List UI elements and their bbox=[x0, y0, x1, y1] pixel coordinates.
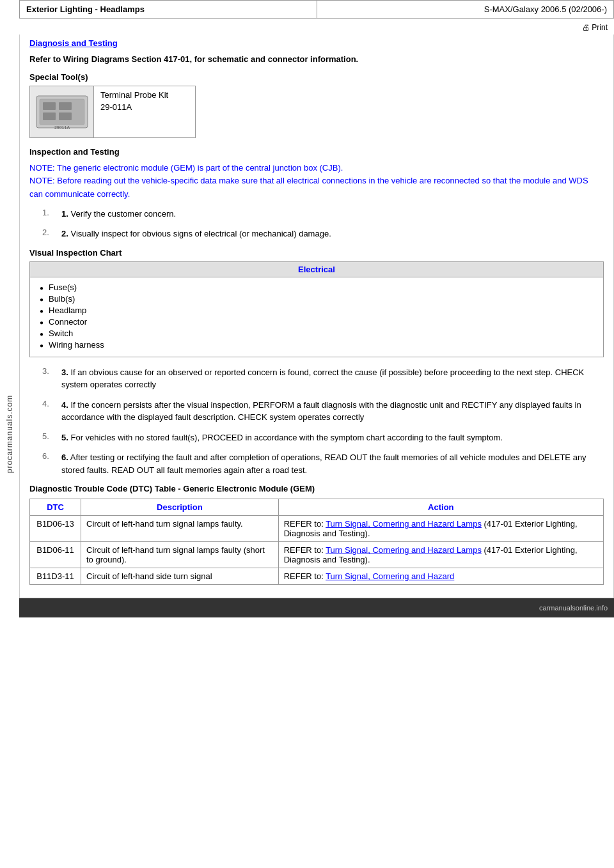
tool-details: Terminal Probe Kit 29-011A bbox=[94, 86, 175, 137]
bullet-icon: ● bbox=[40, 342, 43, 349]
bullet-icon: ● bbox=[40, 307, 43, 314]
dtc-section-title: Diagnostic Trouble Code (DTC) Table - Ge… bbox=[29, 484, 604, 493]
step-num-4: 4. bbox=[42, 399, 61, 408]
description-cell: Circuit of left-hand side turn signal bbox=[81, 568, 279, 585]
bullet-icon: ● bbox=[40, 296, 43, 303]
print-row: 🖨 Print bbox=[19, 20, 614, 35]
list-item: 4. 4. If the concern persists after the … bbox=[42, 399, 604, 424]
page-title: Exterior Lighting - Headlamps bbox=[20, 1, 317, 18]
list-item: 3. 3. If an obvious cause for an observe… bbox=[42, 366, 604, 391]
step-num-6: 6. bbox=[42, 451, 61, 461]
action-col-header: Action bbox=[278, 499, 603, 516]
print-icon: 🖨 bbox=[582, 23, 590, 32]
inspection-item-label: Bulb(s) bbox=[49, 294, 75, 304]
tool-name: Terminal Probe Kit bbox=[100, 90, 168, 100]
inspection-table: Electrical ● Fuse(s) ● Bulb(s) ● Headlam… bbox=[29, 261, 604, 357]
action-cell: REFER to: Turn Signal, Cornering and Haz… bbox=[278, 568, 603, 585]
inspection-table-body: ● Fuse(s) ● Bulb(s) ● Headlamp ● Connect… bbox=[30, 277, 603, 357]
bullet-icon: ● bbox=[40, 330, 43, 337]
bottom-logo: carmanualsonline.info bbox=[539, 604, 608, 612]
step-content-3: 3. If an obvious cause for an observed o… bbox=[61, 366, 604, 391]
sidebar-label: procarmanuals.com bbox=[5, 395, 14, 473]
steps-list-1: 1. 1. Verify the customer concern. 2. 2.… bbox=[42, 208, 604, 240]
step-content-4: 4. If the concern persists after the vis… bbox=[61, 399, 604, 424]
svg-text:29011A: 29011A bbox=[54, 125, 69, 130]
print-link[interactable]: 🖨 Print bbox=[582, 23, 608, 32]
special-tools-title: Special Tool(s) bbox=[29, 72, 604, 82]
dtc-table: DTC Description Action B1D06-13 Circuit … bbox=[29, 499, 604, 585]
svg-rect-3 bbox=[59, 102, 72, 110]
inspection-item-label: Connector bbox=[49, 317, 87, 327]
step-content-5: 5. For vehicles with no stored fault(s),… bbox=[61, 431, 503, 444]
svg-rect-4 bbox=[43, 112, 56, 120]
dtc-cell: B1D06-13 bbox=[30, 516, 81, 542]
step-content-1: 1. Verify the customer concern. bbox=[61, 208, 176, 221]
tool-image: 29011A bbox=[30, 86, 94, 137]
note-1: NOTE: The generic electronic module (GEM… bbox=[29, 163, 343, 173]
visual-inspection-title: Visual Inspection Chart bbox=[29, 248, 604, 258]
description-cell: Circuit of left-hand turn signal lamps f… bbox=[81, 542, 279, 568]
inspection-item-label: Switch bbox=[49, 329, 73, 338]
inspection-table-header: Electrical bbox=[30, 262, 603, 277]
intro-text: Refer to Wiring Diagrams Section 417-01,… bbox=[29, 53, 604, 66]
sidebar: procarmanuals.com bbox=[0, 0, 19, 868]
list-item: 5. 5. For vehicles with no stored fault(… bbox=[42, 431, 604, 444]
inspection-item-label: Wiring harness bbox=[49, 340, 104, 350]
bottom-bar: carmanualsonline.info bbox=[19, 598, 614, 617]
description-cell: Circuit of left-hand turn signal lamps f… bbox=[81, 516, 279, 542]
list-item: 6. 6. After testing or rectifying the fa… bbox=[42, 451, 604, 476]
action-link[interactable]: Turn Signal, Cornering and Hazard Lamps bbox=[326, 545, 482, 555]
inspection-item: ● Wiring harness bbox=[40, 340, 594, 350]
table-row: B1D06-11 Circuit of left-hand turn signa… bbox=[30, 542, 604, 568]
inspection-item: ● Headlamp bbox=[40, 306, 594, 315]
step-content-2: 2. Visually inspect for obvious signs of… bbox=[61, 228, 331, 240]
step-num-3: 3. bbox=[42, 366, 61, 376]
list-item: 1. 1. Verify the customer concern. bbox=[42, 208, 604, 221]
step-num-2: 2. bbox=[42, 228, 61, 237]
vehicle-info: S-MAX/Galaxy 2006.5 (02/2006-) bbox=[317, 1, 614, 18]
dtc-col-header: DTC bbox=[30, 499, 81, 516]
inspection-item: ● Bulb(s) bbox=[40, 294, 594, 304]
description-col-header: Description bbox=[81, 499, 279, 516]
action-cell: REFER to: Turn Signal, Cornering and Haz… bbox=[278, 516, 603, 542]
svg-rect-2 bbox=[43, 102, 56, 110]
table-row: B1D06-13 Circuit of left-hand turn signa… bbox=[30, 516, 604, 542]
action-link[interactable]: Turn Signal, Cornering and Hazard bbox=[326, 571, 454, 581]
tool-number: 29-011A bbox=[100, 102, 168, 112]
inspection-item: ● Switch bbox=[40, 329, 594, 338]
inspection-item-label: Fuse(s) bbox=[49, 283, 77, 292]
bullet-icon: ● bbox=[40, 319, 43, 326]
content-area: Diagnosis and Testing Refer to Wiring Di… bbox=[19, 35, 614, 598]
step-num-1: 1. bbox=[42, 208, 61, 217]
table-row: B11D3-11 Circuit of left-hand side turn … bbox=[30, 568, 604, 585]
list-item: 2. 2. Visually inspect for obvious signs… bbox=[42, 228, 604, 240]
inspection-notes: NOTE: The generic electronic module (GEM… bbox=[29, 162, 604, 201]
action-cell: REFER to: Turn Signal, Cornering and Haz… bbox=[278, 542, 603, 568]
inspection-item-label: Headlamp bbox=[49, 306, 86, 315]
svg-rect-5 bbox=[59, 112, 72, 120]
print-label: Print bbox=[592, 23, 608, 32]
inspection-item: ● Connector bbox=[40, 317, 594, 327]
dtc-cell: B1D06-11 bbox=[30, 542, 81, 568]
action-link[interactable]: Turn Signal, Cornering and Hazard Lamps bbox=[326, 519, 482, 529]
dtc-cell: B11D3-11 bbox=[30, 568, 81, 585]
note-2: NOTE: Before reading out the vehicle-spe… bbox=[29, 176, 588, 199]
inspection-title: Inspection and Testing bbox=[29, 147, 604, 157]
steps-list-2: 3. 3. If an obvious cause for an observe… bbox=[42, 366, 604, 477]
inspection-item: ● Fuse(s) bbox=[40, 283, 594, 292]
tool-table: 29011A Terminal Probe Kit 29-011A bbox=[29, 86, 196, 138]
step-content-6: 6. After testing or rectifying the fault… bbox=[61, 451, 604, 476]
bullet-icon: ● bbox=[40, 284, 43, 291]
step-num-5: 5. bbox=[42, 431, 61, 441]
header-bar: Exterior Lighting - Headlamps S-MAX/Gala… bbox=[19, 0, 614, 19]
diagnosis-title[interactable]: Diagnosis and Testing bbox=[29, 38, 604, 48]
